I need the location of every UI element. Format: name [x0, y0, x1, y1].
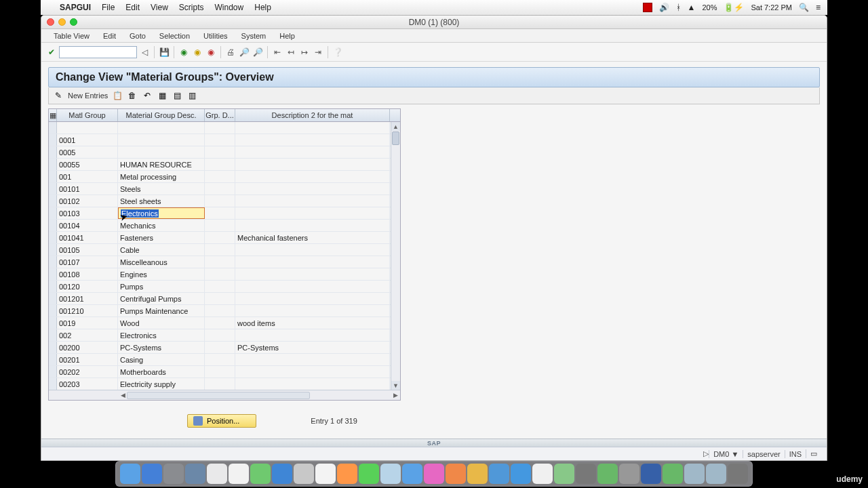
row-selector[interactable]	[49, 329, 57, 341]
table-row[interactable]: 00200PC-SystemsPC-Systems	[49, 342, 400, 354]
battery-icon[interactable]: 🔋⚡	[724, 3, 744, 12]
cell-grp-d[interactable]	[205, 195, 235, 207]
exit-icon[interactable]: ◉	[191, 46, 203, 58]
cell-matl-group[interactable]: 001210	[57, 305, 118, 317]
scroll-up-icon[interactable]: ▲	[391, 122, 400, 131]
table-row[interactable]: 001210Pumps Maintenance	[49, 305, 400, 317]
launchpad-icon[interactable]	[207, 464, 227, 484]
menu-scripts[interactable]: Scripts	[174, 3, 210, 12]
sapgui-dock-icon[interactable]	[641, 464, 661, 484]
window-titlebar[interactable]: DM0 (1) (800)	[41, 16, 827, 29]
scroll-left-icon[interactable]: ◀	[118, 390, 127, 400]
table-row[interactable]: 0001	[49, 134, 400, 146]
cell-grp-d[interactable]	[205, 378, 235, 390]
cell-matl-group[interactable]: 00105	[57, 244, 118, 256]
camtasia-icon[interactable]	[663, 464, 683, 484]
cell-grp-d[interactable]	[205, 329, 235, 341]
save-icon[interactable]: 💾	[158, 46, 170, 58]
cell-matl-group[interactable]: 001	[57, 171, 118, 182]
cell-desc2[interactable]	[235, 305, 390, 317]
cell-matl-group[interactable]: 00108	[57, 268, 118, 280]
session-dropdown-icon[interactable]: ▷	[703, 449, 709, 458]
cell-desc[interactable]	[118, 134, 205, 146]
first-page-icon[interactable]: ⇤	[271, 46, 283, 58]
folder2-icon[interactable]	[706, 464, 726, 484]
cell-grp-d[interactable]	[205, 354, 235, 365]
cell-matl-group[interactable]: 00120	[57, 281, 118, 292]
cell-desc2[interactable]	[235, 329, 390, 341]
sap-menu-goto[interactable]: Goto	[123, 32, 153, 40]
cell-matl-group[interactable]: 00104	[57, 220, 118, 231]
cell-desc[interactable]: Pumps Maintenance	[118, 305, 205, 317]
prev-page-icon[interactable]: ↤	[285, 46, 297, 58]
delete-icon[interactable]: 🗑	[127, 90, 138, 101]
cell-desc2[interactable]	[235, 293, 390, 304]
scroll-down-icon[interactable]: ▼	[391, 381, 400, 390]
cell-matl-group[interactable]: 001041	[57, 232, 118, 243]
evernote-icon[interactable]	[250, 464, 271, 484]
cell-matl-group[interactable]: 00101	[57, 183, 118, 195]
find-icon[interactable]: 🔎	[238, 46, 250, 58]
cell-desc2[interactable]: wood items	[235, 317, 390, 329]
next-page-icon[interactable]: ↦	[298, 46, 311, 58]
wifi-icon[interactable]: ▲	[688, 3, 696, 12]
cell-grp-d[interactable]	[205, 293, 235, 304]
row-selector[interactable]	[49, 366, 57, 378]
folder1-icon[interactable]	[684, 464, 705, 484]
app-name[interactable]: SAPGUI	[54, 3, 96, 12]
select-block-icon[interactable]: ▤	[172, 90, 182, 101]
spotlight-icon[interactable]: 🔍	[799, 3, 809, 12]
table-row[interactable]: 0005	[49, 146, 400, 159]
row-selector[interactable]	[49, 268, 57, 280]
cell-grp-d[interactable]	[205, 256, 235, 268]
back-icon[interactable]: ◉	[178, 46, 190, 58]
enter-icon[interactable]: ✔	[45, 46, 58, 58]
table-row[interactable]: 001041FastenersMechanical fasteners	[49, 232, 400, 244]
menu-file[interactable]: File	[96, 3, 120, 12]
cell-matl-group[interactable]: 00202	[57, 366, 118, 378]
terminal-icon[interactable]	[576, 464, 596, 484]
horizontal-scrollbar[interactable]: ◀ ▶	[49, 390, 400, 400]
row-selector[interactable]	[49, 195, 57, 207]
trash-icon[interactable]	[728, 464, 748, 484]
row-selector[interactable]	[49, 256, 57, 268]
cell-desc2[interactable]	[235, 171, 390, 182]
safari-icon[interactable]	[142, 464, 162, 484]
cell-desc2[interactable]	[235, 378, 390, 390]
table-row[interactable]: 00101Steels	[49, 183, 400, 195]
finder-icon[interactable]	[120, 464, 140, 484]
sap-menu-utilities[interactable]: Utilities	[197, 32, 234, 40]
table-row[interactable]: 00107Miscelleanous	[49, 256, 400, 268]
cell-matl-group[interactable]: 00203	[57, 378, 118, 390]
cell-grp-d[interactable]	[205, 122, 235, 134]
cell-desc[interactable]: Steel sheets	[118, 195, 205, 207]
sap-menu-system[interactable]: System	[235, 32, 273, 40]
cell-desc2[interactable]	[235, 122, 390, 134]
cell-desc[interactable]: Motherboards	[118, 366, 205, 378]
cell-desc2[interactable]	[235, 183, 390, 195]
row-selector[interactable]	[49, 220, 57, 231]
sap-menu-help[interactable]: Help	[273, 32, 302, 40]
cell-grp-d[interactable]	[205, 317, 235, 329]
cell-matl-group[interactable]: 0005	[57, 146, 118, 158]
cell-desc2[interactable]	[235, 159, 390, 170]
bluetooth-icon[interactable]: ᚼ	[676, 3, 681, 12]
row-selector[interactable]	[49, 146, 57, 158]
notes-icon[interactable]	[294, 464, 314, 484]
cell-matl-group[interactable]: 00102	[57, 195, 118, 207]
menu-list-icon[interactable]: ≡	[816, 3, 821, 12]
cell-desc2[interactable]	[235, 281, 390, 292]
cell-grp-d[interactable]	[205, 171, 235, 182]
cell-desc2[interactable]: Mechanical fasteners	[235, 232, 390, 243]
cell-desc[interactable]: Mechanics	[118, 220, 205, 231]
table-row[interactable]: 001Metal processing	[49, 171, 400, 183]
table-row[interactable]: 001201Centrifugal Pumps	[49, 293, 400, 305]
cell-desc2[interactable]	[235, 134, 390, 146]
recording-icon[interactable]	[643, 3, 652, 12]
cell-grp-d[interactable]	[205, 244, 235, 256]
copy-as-icon[interactable]: 📋	[112, 90, 123, 101]
clock[interactable]: Sat 7:22 PM	[751, 3, 792, 12]
table-row[interactable]	[49, 122, 400, 134]
cell-matl-group[interactable]: 00103	[57, 207, 118, 219]
menu-edit[interactable]: Edit	[120, 3, 145, 12]
